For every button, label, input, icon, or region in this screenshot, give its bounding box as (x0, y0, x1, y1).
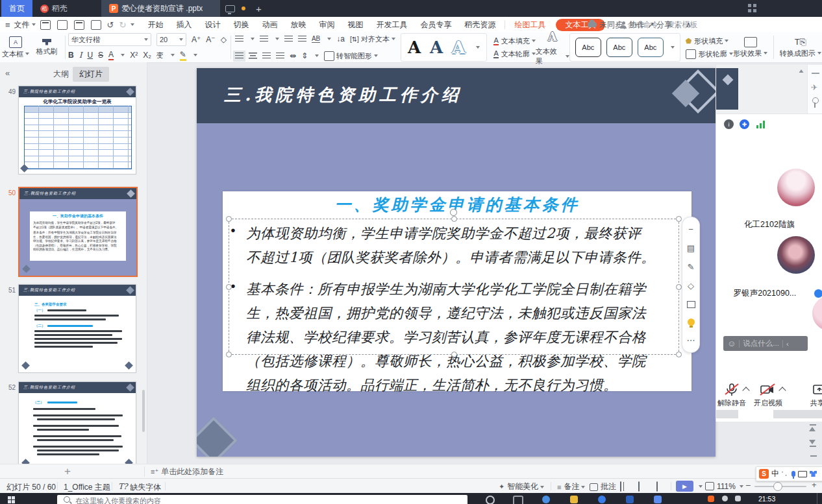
start-button[interactable] (8, 496, 15, 503)
font-color-icon[interactable]: A (108, 50, 114, 60)
taskbar-app-icon[interactable] (654, 496, 662, 503)
textbox-button[interactable]: A 文本框 (0, 33, 31, 62)
add-slide-button[interactable]: + (64, 465, 71, 478)
show-desktop-button[interactable] (817, 493, 817, 504)
rotate-handle[interactable] (450, 209, 457, 216)
superscript-icon[interactable]: X² (130, 51, 138, 60)
shape-style-2[interactable]: Abc (606, 38, 632, 57)
resize-handle[interactable] (676, 284, 682, 290)
next-slide-button[interactable] (809, 440, 816, 447)
slide-thumbnail-52[interactable]: 三.我院特色资助工作介绍 （三） (18, 381, 136, 470)
text-effect-button[interactable]: A 文本效果 (536, 33, 569, 62)
resize-handle[interactable] (451, 216, 457, 222)
slide-sorter-view-button[interactable] (638, 481, 640, 492)
hamburger-icon[interactable]: ≡ (5, 20, 10, 30)
meeting-info-icon[interactable]: i (724, 119, 734, 129)
layers-icon[interactable]: ▤ (687, 244, 695, 252)
tab-docer[interactable]: 稻 稻壳 (32, 0, 75, 17)
mic-options-chevron[interactable] (742, 387, 749, 394)
tray-icon[interactable] (735, 496, 741, 501)
tray-icon[interactable] (722, 496, 728, 501)
slideshow-play-button[interactable]: ▶ (676, 481, 693, 492)
menu-file[interactable]: 文件 (13, 17, 37, 32)
increase-font-icon[interactable]: A⁺ (192, 35, 201, 44)
missing-font-warning[interactable]: 缺失字体 (130, 482, 161, 493)
shape-style-more-caret[interactable] (671, 46, 675, 49)
skin-icon[interactable] (810, 471, 817, 477)
smart-beautify-button[interactable]: ✦ 智能美化 (499, 481, 544, 492)
menu-draw-tools[interactable]: 绘图工具 (508, 17, 552, 32)
resize-handle[interactable] (451, 352, 457, 357)
menu-slideshow[interactable]: 放映 (284, 17, 312, 32)
ime-punct-mode[interactable]: ’， (782, 470, 789, 478)
menu-insert[interactable]: 插入 (169, 17, 198, 32)
align-center-icon[interactable] (249, 53, 257, 60)
collapse-toolbar-icon[interactable]: − (688, 225, 693, 234)
slide-thumbnail-51[interactable]: 三.我院特色资助工作介绍 三、各奖助学金要求 （一） （二） (18, 284, 136, 373)
comments-button[interactable]: 批注 (590, 481, 616, 492)
menu-devtools[interactable]: 开发工具 (369, 17, 414, 32)
resize-handle[interactable] (676, 352, 682, 357)
scroll-up-icon[interactable] (799, 69, 804, 73)
italic-icon[interactable]: I (79, 51, 82, 60)
minimize-icon[interactable] (812, 73, 819, 74)
play-options-caret[interactable] (699, 485, 703, 488)
taskbar-app-icon[interactable] (513, 496, 523, 504)
format-painter-button[interactable]: 格式刷 (31, 33, 62, 62)
align-left-icon[interactable] (235, 53, 243, 60)
taskbar-app-icon[interactable] (626, 496, 634, 503)
more-actions-caret[interactable] (131, 23, 134, 26)
line-spacing-icon[interactable]: ⇕ (301, 51, 308, 60)
wordart-style-outline[interactable]: A (452, 39, 465, 56)
new-tab-button[interactable]: + (256, 3, 262, 14)
decrease-font-icon[interactable]: A⁻ (206, 35, 215, 44)
share-button[interactable]: ↗分享 (647, 19, 672, 30)
to-smartart-button[interactable]: 转智能图形 (324, 51, 378, 61)
redo-icon[interactable]: ↻ (119, 20, 127, 30)
voice-input-icon[interactable] (791, 471, 795, 477)
participant-avatar-2[interactable] (777, 236, 815, 274)
menu-review[interactable]: 审阅 (312, 17, 341, 32)
selection-frame[interactable] (229, 219, 679, 355)
participant-avatar-1[interactable] (777, 169, 815, 206)
undo-icon[interactable]: ↺ (107, 20, 114, 30)
highlight-icon[interactable]: ✎ (180, 50, 186, 61)
emoji-icon[interactable]: ☺ (727, 339, 736, 348)
thumbnail-scrollbar[interactable] (142, 390, 145, 432)
zoom-level[interactable]: 111% (717, 482, 736, 491)
cast-screen-icon[interactable] (225, 5, 235, 12)
shape-effect-button[interactable]: 形状效果 (733, 33, 768, 62)
collapse-panel-icon[interactable]: « (5, 68, 10, 78)
participant-avatar-3-partial[interactable] (812, 296, 822, 331)
tray-wps-icon[interactable] (708, 496, 714, 502)
more-menu-icon[interactable]: ⋮ (674, 20, 682, 29)
text-outline-button[interactable]: A文本轮廓 (493, 49, 535, 59)
taskbar-app-icon[interactable] (570, 496, 578, 503)
collab-button[interactable]: 协作 (620, 19, 645, 30)
wordart-style-navy[interactable]: A (430, 39, 443, 56)
more-tools-icon[interactable]: ⋯ (687, 336, 695, 344)
taskbar-app-icon[interactable] (486, 496, 495, 504)
wordart-more-caret[interactable] (476, 46, 480, 49)
taskbar-clock[interactable]: 21:53 (758, 495, 775, 503)
tab-slides[interactable]: 幻灯片 (73, 67, 109, 82)
soft-keyboard-icon[interactable] (798, 471, 807, 477)
sogou-logo-icon[interactable]: S (759, 469, 769, 479)
resize-handle[interactable] (226, 284, 232, 290)
save-icon[interactable] (40, 20, 51, 30)
decrease-indent-icon[interactable] (284, 36, 293, 43)
align-text-button[interactable]: [⇅]对齐文本 (350, 34, 395, 44)
increase-indent-icon[interactable] (298, 36, 306, 43)
print-preview-icon[interactable] (91, 20, 101, 30)
export-icon[interactable] (57, 20, 68, 30)
bold-icon[interactable]: B (68, 51, 74, 60)
resize-handle[interactable] (226, 216, 232, 222)
wordart-style-black[interactable]: A (408, 39, 421, 56)
taskbar-app-icon[interactable] (598, 496, 606, 503)
rocket-boost-icon[interactable]: ✈ (811, 83, 817, 92)
chat-collapse-icon[interactable]: ‹ (786, 340, 789, 348)
align-right-icon[interactable] (262, 53, 271, 60)
justify-icon[interactable] (276, 53, 284, 60)
menu-view[interactable]: 视图 (341, 17, 369, 32)
font-size-select[interactable]: 20 (156, 33, 186, 46)
